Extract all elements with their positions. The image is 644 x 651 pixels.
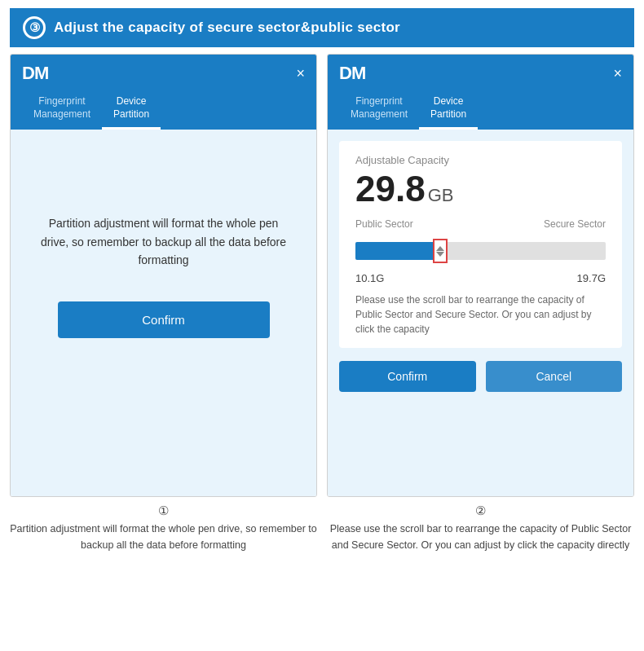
left-dm-window: DM × FingerprintManagement DevicePartiti… xyxy=(10,54,317,497)
public-sector-label: Public Sector xyxy=(355,218,413,230)
cancel-button[interactable]: Cancel xyxy=(486,361,623,392)
thumb-arrow-up-icon xyxy=(436,246,444,251)
thumb-arrow-down-icon xyxy=(436,252,444,257)
warning-text: Partition adjustment will format the who… xyxy=(38,214,289,269)
action-buttons: Confirm Cancel xyxy=(339,361,622,392)
left-tab-fingerprint[interactable]: FingerprintManagement xyxy=(22,90,102,130)
panels-row: DM × FingerprintManagement DevicePartiti… xyxy=(0,54,644,497)
left-close-button[interactable]: × xyxy=(296,66,305,81)
left-window-content: Partition adjustment will format the who… xyxy=(11,130,316,496)
footer-right-panel: ② Please use the scroll bar to rearrange… xyxy=(327,504,634,553)
right-dm-logo: DM xyxy=(339,63,365,84)
left-confirm-button[interactable]: Confirm xyxy=(58,301,270,338)
left-btn-row: Confirm xyxy=(38,301,289,338)
right-tab-fingerprint[interactable]: FingerprintManagement xyxy=(339,90,419,130)
left-tabbar: FingerprintManagement DevicePartition xyxy=(11,90,316,130)
step-circle: ③ xyxy=(23,16,46,39)
header-banner: ③ Adjust the capacity of secure sector&p… xyxy=(10,8,634,47)
capacity-value-display: 29.8 GB xyxy=(355,171,606,207)
capacity-unit: GB xyxy=(428,187,454,205)
right-dm-window: DM × FingerprintManagement DevicePartiti… xyxy=(327,54,634,497)
right-confirm-button[interactable]: Confirm xyxy=(339,361,476,392)
capacity-slider-container[interactable] xyxy=(355,233,606,269)
right-titlebar: DM × xyxy=(328,55,633,90)
left-tab-device-partition[interactable]: DevicePartition xyxy=(102,90,161,130)
right-tab-device-partition[interactable]: DevicePartition xyxy=(419,90,478,130)
warning-box: Partition adjustment will format the who… xyxy=(22,141,305,354)
footer-left-panel: ① Partition adjustment will format the w… xyxy=(10,504,317,553)
slider-track xyxy=(355,242,606,260)
sectors-labels: Public Sector Secure Sector xyxy=(355,218,606,230)
slider-fill xyxy=(355,242,440,260)
secure-sector-label: Secure Sector xyxy=(544,218,606,230)
footer-left-desc: Partition adjustment will format the who… xyxy=(10,521,317,553)
secure-size-value: 19.7G xyxy=(577,272,606,284)
footer-row: ① Partition adjustment will format the w… xyxy=(0,497,644,556)
sizes-row: 10.1G 19.7G xyxy=(355,272,606,284)
capacity-number: 29.8 xyxy=(355,171,426,207)
right-close-button[interactable]: × xyxy=(613,66,622,81)
footer-left-num: ① xyxy=(10,504,317,518)
slider-thumb[interactable] xyxy=(433,239,448,263)
adjustable-capacity-label: Adjustable Capacity xyxy=(355,154,606,166)
left-dm-logo: DM xyxy=(22,63,48,84)
footer-right-desc: Please use the scroll bar to rearrange t… xyxy=(327,521,634,553)
step-number: ③ xyxy=(29,20,40,35)
right-window-content: Adjustable Capacity 29.8 GB Public Secto… xyxy=(328,130,633,496)
capacity-card: Adjustable Capacity 29.8 GB Public Secto… xyxy=(339,141,622,348)
left-titlebar: DM × xyxy=(11,55,316,90)
public-size-value: 10.1G xyxy=(355,272,384,284)
right-tabbar: FingerprintManagement DevicePartition xyxy=(328,90,633,130)
footer-right-num: ② xyxy=(327,504,634,518)
hint-text: Please use the scroll bar to rearrange t… xyxy=(355,293,606,336)
header-title: Adjust the capacity of secure sector&pub… xyxy=(54,20,400,36)
